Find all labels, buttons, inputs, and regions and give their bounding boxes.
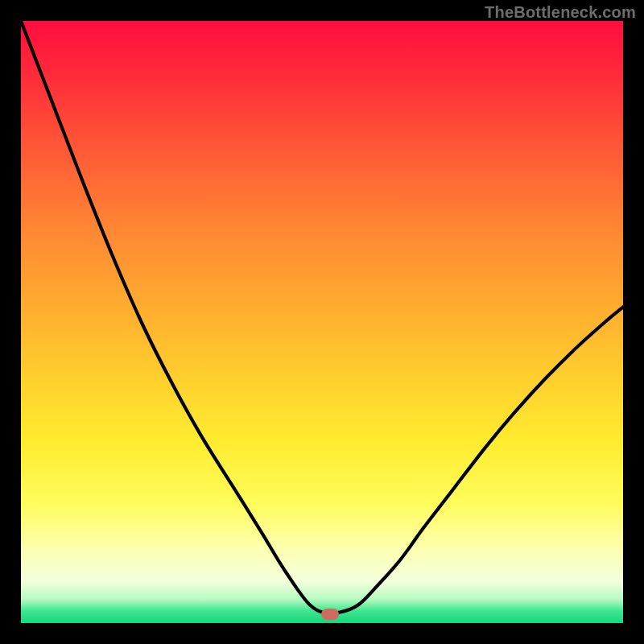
chart-frame: TheBottleneck.com	[0, 0, 644, 644]
optimal-point-marker	[321, 609, 339, 620]
plot-area	[21, 21, 623, 623]
bottleneck-curve	[21, 21, 623, 623]
watermark-text: TheBottleneck.com	[485, 3, 636, 22]
